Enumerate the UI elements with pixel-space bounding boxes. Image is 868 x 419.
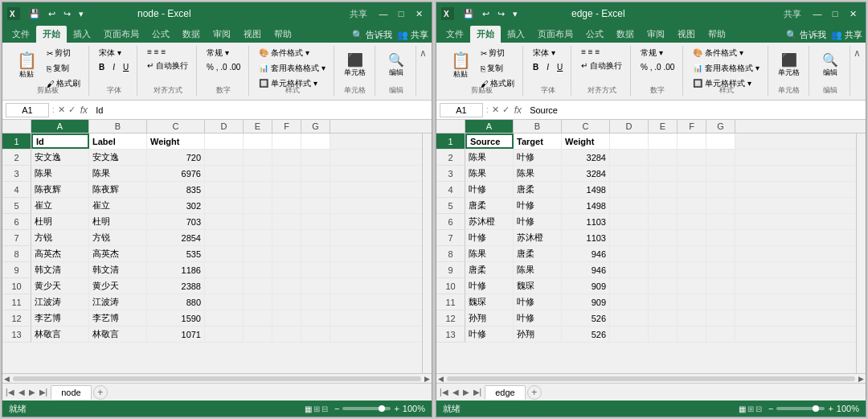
node-row-header-12[interactable]: 12 [2,310,31,327]
node-cell-4-a[interactable]: 陈夜辉 [31,182,89,197]
edge-cell-11-a[interactable]: 魏琛 [465,294,514,310]
node-cell-1-d[interactable] [205,134,244,149]
node-zoom-out-btn[interactable]: − [334,404,339,413]
edge-cell-8-f[interactable] [678,246,706,261]
edge-cell-12-g[interactable] [706,310,735,326]
node-cell-4-f[interactable] [272,182,301,197]
edge-tab-last[interactable]: ▶| [472,387,484,397]
node-page-view-btn[interactable]: ⊞ [313,405,320,413]
node-cell-8-g[interactable] [301,246,330,261]
node-cell-10-a[interactable]: 黄少天 [31,278,89,294]
edge-cell-4-f[interactable] [678,182,706,197]
edge-italic-btn[interactable]: I [543,61,552,73]
edge-cell-13-g[interactable] [706,327,735,342]
edge-col-header-d[interactable]: D [610,120,649,133]
node-cell-6-f[interactable] [272,214,301,229]
node-row-header-4[interactable]: 4 [2,182,31,198]
edge-minimize-btn[interactable]: — [809,6,825,22]
node-row-header-3[interactable]: 3 [2,166,31,182]
edge-cell-2-e[interactable] [649,150,678,165]
edge-cell-5-e[interactable] [649,198,678,213]
edge-cell-2-b[interactable]: 叶修 [514,150,562,165]
node-cell-3-f[interactable] [272,166,301,181]
edge-zoom-in-btn[interactable]: + [828,404,833,413]
edge-normal-view-btn[interactable]: ▦ [739,405,746,413]
edge-cell-9-a[interactable]: 唐柔 [465,262,514,277]
node-row-header-10[interactable]: 10 [2,278,31,294]
edge-cell-13-c[interactable]: 526 [562,327,610,342]
node-edit-btn[interactable]: 🔍 编辑 [382,46,411,84]
node-cell-6-c[interactable]: 703 [147,214,205,229]
node-bold-btn[interactable]: B [96,61,108,73]
node-tab-last[interactable]: ▶| [38,387,50,397]
edge-cell-1-b[interactable]: Target [514,134,562,149]
node-cancel-icon[interactable]: ✕ [58,105,65,115]
node-cell-3-e[interactable] [244,166,272,181]
node-cell-8-d[interactable] [205,246,244,261]
edge-tab-insert[interactable]: 插入 [501,26,531,43]
edge-row-header-6[interactable]: 6 [436,214,465,230]
node-row-header-6[interactable]: 6 [2,214,31,230]
node-share-label[interactable]: 共享 [350,8,367,20]
edge-cell-11-d[interactable] [610,294,649,310]
node-maximize-btn[interactable]: □ [393,6,409,22]
node-italic-btn[interactable]: I [109,61,118,73]
node-table-format-btn[interactable]: 📊 套用表格格式 ▾ [256,61,329,76]
edge-cell-8-g[interactable] [706,246,735,261]
edge-bold-btn[interactable]: B [530,61,542,73]
node-undo-btn[interactable]: ↩ [46,8,58,20]
edge-row-header-13[interactable]: 13 [436,327,465,343]
edge-cell-5-c[interactable]: 1498 [562,198,610,213]
edge-sheet-tab-edge[interactable]: edge [485,385,525,400]
node-cell-3-a[interactable]: 陈果 [31,166,89,181]
edge-cell-7-c[interactable]: 1103 [562,230,610,245]
edge-cell-6-b[interactable]: 叶修 [514,214,562,229]
edge-cell-10-e[interactable] [649,278,678,294]
edge-tab-prev[interactable]: ◀ [451,387,461,397]
node-cell-12-a[interactable]: 李艺博 [31,310,89,326]
node-close-btn[interactable]: ✕ [411,6,427,22]
edge-cell-5-f[interactable] [678,198,706,213]
node-cell-1-b[interactable]: Label [89,134,147,149]
edge-cell-9-e[interactable] [649,262,678,277]
node-cell-7-d[interactable] [205,230,244,245]
node-cell-ref[interactable] [6,103,49,117]
edge-paste-btn[interactable]: 📋 粘贴 [446,46,475,84]
edge-row-header-12[interactable]: 12 [436,310,465,327]
edge-cell-10-a[interactable]: 叶修 [465,278,514,294]
node-cell-1-c[interactable]: Weight [147,134,205,149]
node-paste-btn[interactable]: 📋 粘贴 [12,46,41,84]
edge-tab-layout[interactable]: 页面布局 [531,26,579,43]
node-cell-12-c[interactable]: 1590 [147,310,205,326]
node-cell-5-a[interactable]: 崔立 [31,198,89,213]
edge-cell-8-a[interactable]: 陈果 [465,246,514,261]
edge-cell-8-c[interactable]: 946 [562,246,610,261]
node-col-header-a[interactable]: A [31,120,89,133]
node-cell-5-g[interactable] [301,198,330,213]
node-tab-insert[interactable]: 插入 [67,26,97,43]
node-cell-2-g[interactable] [301,150,330,165]
node-cell-6-a[interactable]: 杜明 [31,214,89,229]
edge-row-header-9[interactable]: 9 [436,262,465,278]
edge-cell-9-d[interactable] [610,262,649,277]
node-cell-9-b[interactable]: 韩文清 [89,262,147,277]
node-row-header-2[interactable]: 2 [2,150,31,166]
node-cut-btn[interactable]: ✂剪切 [43,46,84,60]
edge-tab-help[interactable]: 帮助 [702,26,732,43]
node-row-header-13[interactable]: 13 [2,327,31,343]
edge-col-header-e[interactable]: E [649,120,678,133]
edge-redo-btn[interactable]: ↪ [495,8,507,20]
node-row-header-9[interactable]: 9 [2,262,31,278]
node-minimize-btn[interactable]: — [375,6,391,22]
edge-row-header-11[interactable]: 11 [436,294,465,310]
node-cell-3-d[interactable] [205,166,244,181]
edge-cell-5-b[interactable]: 叶修 [514,198,562,213]
node-cell-9-c[interactable]: 1186 [147,262,205,277]
edge-row-header-4[interactable]: 4 [436,182,465,198]
node-cell-7-g[interactable] [301,230,330,245]
edge-cell-13-a[interactable]: 叶修 [465,327,514,342]
edge-cell-9-c[interactable]: 946 [562,262,610,277]
node-row-header-11[interactable]: 11 [2,294,31,310]
node-scrollbar-h[interactable]: ◀ ▶ [2,373,432,383]
edge-cell-8-e[interactable] [649,246,678,261]
